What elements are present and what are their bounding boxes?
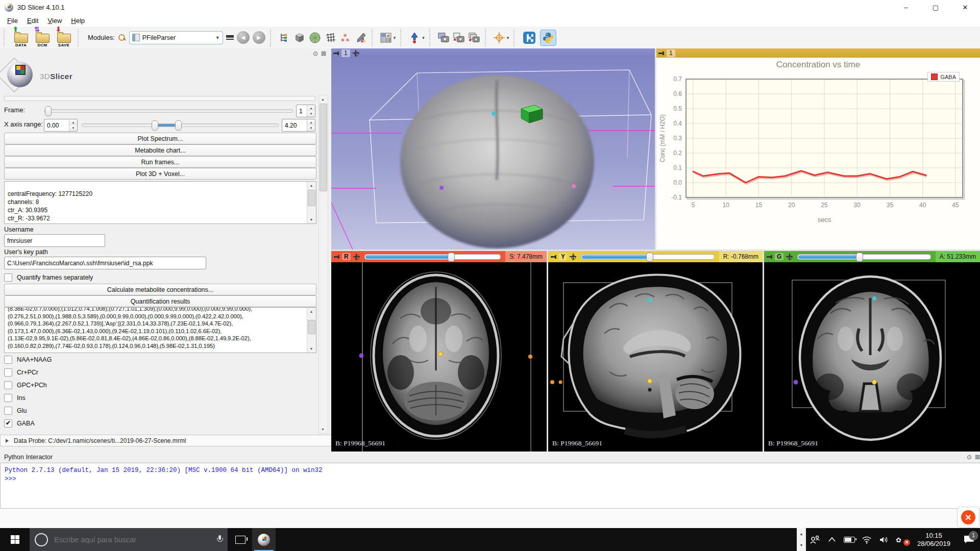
coronal-mri-image[interactable] (764, 262, 980, 452)
run-frames-button[interactable]: Run frames... (4, 156, 316, 168)
scroll-up-icon[interactable]: ▲ (797, 528, 806, 540)
scene-view-restore-icon[interactable] (468, 31, 480, 44)
maximize-button[interactable]: ▢ (921, 0, 950, 15)
volume-icon[interactable] (875, 528, 893, 551)
quantification-results-button[interactable]: Quantification results (4, 295, 316, 307)
fiducial-orange[interactable] (559, 381, 562, 384)
module-search-icon[interactable] (118, 34, 126, 42)
scene-view-capture-icon[interactable] (453, 31, 465, 44)
green-slice-view[interactable]: G A: 51.233mm (764, 251, 980, 452)
load-dicom-button[interactable]: ⇅ DCM (33, 28, 52, 47)
fiducial-dark[interactable] (648, 388, 652, 392)
frame-slider[interactable] (44, 109, 293, 113)
transforms-icon[interactable] (324, 31, 336, 44)
ins-checkbox[interactable] (4, 394, 12, 402)
yellow-slice-view[interactable]: Y R: -0.768mm (548, 251, 763, 452)
start-button[interactable] (0, 528, 30, 551)
menu-view[interactable]: View (43, 16, 66, 26)
module-panel-scrollbar[interactable]: ▲ ▼ (318, 95, 328, 434)
chart-plot[interactable]: 51015202530354045-0.10.00.10.20.30.40.50… (656, 75, 980, 249)
plot-3d-voxel-button[interactable]: Plot 3D + Voxel... (4, 168, 316, 180)
fiducial-purple[interactable] (794, 380, 798, 385)
fiducial-yellow[interactable] (648, 379, 652, 384)
notification-close-button[interactable]: ✕ (957, 507, 979, 528)
volume-rendering-icon[interactable] (293, 31, 306, 44)
pin-icon[interactable] (658, 52, 664, 55)
scroll-up-icon[interactable]: ▲ (307, 182, 315, 189)
python-console[interactable]: Python 2.7.13 (default, Jan 15 2019, 22:… (0, 463, 980, 509)
scroll-down-icon[interactable]: ▼ (319, 425, 327, 433)
xrange-min-spinbox[interactable]: ▲▼ (44, 119, 78, 132)
pin-icon[interactable] (767, 255, 772, 259)
header-info-textarea[interactable]: centralFrequency: 1277125220 channels: 8… (4, 181, 316, 224)
menu-file[interactable]: File (3, 16, 22, 26)
results-scrollbar[interactable]: ▲ ▼ (307, 308, 316, 353)
threeD-render[interactable] (331, 48, 655, 249)
chart-view[interactable]: 1 Concentration vs time 5101520253035404… (656, 48, 980, 249)
plot-spectrum-button[interactable]: Plot Spectrum... (4, 133, 316, 144)
spin-down-icon[interactable]: ▼ (69, 126, 77, 132)
crosshair-icon[interactable] (353, 254, 360, 260)
red-slice-view[interactable]: R S: 7.478mm (331, 251, 547, 452)
crosshair-icon[interactable] (570, 254, 576, 260)
crosshair-icon[interactable] (493, 31, 505, 44)
editor-icon[interactable] (355, 31, 367, 44)
xrange-max-spinbox[interactable]: ▲▼ (282, 119, 315, 132)
pin-icon[interactable] (334, 255, 339, 259)
task-view-button[interactable] (229, 528, 252, 551)
search-input[interactable] (53, 535, 211, 544)
gaba-checkbox[interactable]: ✔ (4, 419, 12, 428)
quantification-results-textarea[interactable]: (8.38E-02,0.7,0.000),(1.012,0.74,1.008),… (4, 307, 316, 353)
quantify-frames-checkbox[interactable] (4, 273, 12, 282)
taskbar-search-box[interactable] (30, 528, 228, 551)
fiducial-purple[interactable] (359, 354, 364, 358)
crosshair-icon[interactable] (786, 254, 793, 260)
panel-close-icon[interactable]: ⊠ (975, 454, 980, 461)
people-icon[interactable] (806, 528, 823, 551)
module-forward-button[interactable]: ► (253, 31, 265, 44)
scroll-up-icon[interactable]: ▲ (307, 308, 315, 315)
keypath-field[interactable] (4, 257, 206, 269)
layout-selector-icon[interactable] (380, 31, 392, 44)
minimize-button[interactable]: – (891, 0, 921, 15)
fiducial-cyan[interactable] (648, 298, 652, 302)
fiducial-pink[interactable] (572, 184, 576, 188)
spin-up-icon[interactable]: ▲ (307, 119, 315, 126)
panel-popup-icon[interactable]: ⊙ (967, 454, 972, 461)
fiducial-cyan[interactable] (872, 296, 876, 300)
frame-spinbox[interactable]: ▲▼ (296, 105, 315, 117)
module-panel-toggle-icon[interactable] (226, 35, 234, 41)
onedrive-error-icon[interactable]: ✿✕ (893, 528, 910, 551)
panel-close-icon[interactable]: ⊠ (321, 50, 326, 57)
xrange-handle-max[interactable] (175, 120, 182, 131)
save-data-button[interactable]: ⬇ SAVE (55, 28, 73, 47)
fiducial-yellow[interactable] (438, 352, 443, 357)
gpc-pch-checkbox[interactable] (4, 381, 12, 389)
taskbar-slicer-button[interactable] (252, 528, 276, 551)
crosshair-icon[interactable] (353, 50, 359, 57)
spin-up-icon[interactable]: ▲ (307, 105, 315, 111)
screenshot-icon[interactable] (437, 31, 450, 44)
scroll-down-icon[interactable]: ▼ (797, 540, 806, 551)
sagittal-mri-image[interactable] (548, 262, 763, 452)
metabolite-chart-button[interactable]: Metabolite chart... (4, 144, 316, 156)
username-field[interactable] (4, 234, 105, 247)
menu-edit[interactable]: Edit (23, 16, 42, 26)
threeD-view[interactable]: 1 (331, 48, 655, 249)
battery-icon[interactable] (841, 528, 858, 551)
scroll-up-icon[interactable]: ▲ (319, 95, 327, 103)
navigation-icon[interactable] (408, 31, 421, 44)
glu-checkbox[interactable] (4, 407, 12, 415)
green-slice-offset-slider[interactable] (797, 254, 930, 260)
fiducial-yellow[interactable] (872, 380, 877, 385)
models-icon[interactable] (309, 31, 321, 44)
xrange-slider[interactable] (82, 123, 279, 127)
yellow-slice-offset-slider[interactable] (581, 254, 715, 260)
show-hidden-icons-chevron[interactable] (823, 528, 841, 551)
spin-down-icon[interactable]: ▼ (307, 111, 315, 117)
fiducial-orange[interactable] (528, 355, 532, 359)
fiducial-cyan[interactable] (492, 112, 496, 116)
pin-icon[interactable] (333, 52, 339, 55)
scroll-down-icon[interactable]: ▼ (307, 216, 315, 223)
frame-slider-handle[interactable] (45, 106, 52, 116)
